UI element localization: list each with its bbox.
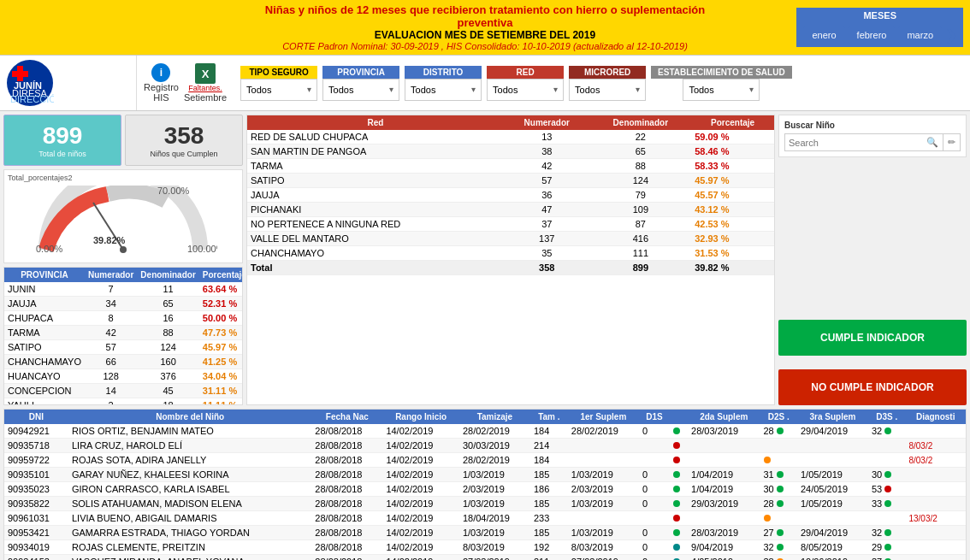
col-fnac: Fecha Nac [311, 410, 382, 424]
svg-text:DIRECCIÓN REGIONAL DE SALUD: DIRECCIÓN REGIONAL DE SALUD [10, 94, 54, 104]
excel-icon: X [195, 63, 216, 84]
faltantes-link[interactable]: Faltantes. [188, 84, 222, 92]
search-input[interactable] [785, 135, 922, 150]
establecimiento-select[interactable]: Todos ▾ [683, 79, 760, 101]
col-denominador-red: Denominador [590, 115, 692, 130]
distrito-value: Todos [411, 85, 435, 95]
table-row: JAUJA367945.57 % [247, 188, 774, 203]
header-title-main: Niñas y niños de 12 meses que recibieron… [246, 3, 725, 29]
ninos-cumplen-number: 358 [133, 122, 235, 150]
table-row: CHANCHAMAYO3511131.53 % [247, 246, 774, 261]
search-input-wrap: 🔍 ✏ [784, 133, 961, 151]
chevron-down-icon: ▾ [471, 85, 476, 94]
table-row: JAUJA346552.31 % [4, 297, 243, 311]
table-row: SATIPO5712445.97 % [247, 174, 774, 188]
tipo-seguro-select[interactable]: Todos ▾ [240, 79, 317, 101]
col-d1s: D1S [639, 410, 670, 424]
search-icon[interactable]: 🔍 [922, 134, 943, 150]
table-row: VALLE DEL MANTARO13741632.93 % [247, 232, 774, 246]
col-porcentaje-red: Porcentaje [691, 115, 774, 130]
chevron-down-icon: ▾ [749, 85, 754, 94]
tipo-seguro-label: TIPO SEGURO [240, 66, 317, 79]
establecimiento-label: ESTABLECIMIENTO DE SALUD [651, 66, 792, 79]
red-value: Todos [493, 85, 518, 95]
table-row: CHUPACA81650.00 % [4, 311, 243, 326]
stats-row: 899 Total de niños 358 Niños que Cumplen [3, 115, 243, 166]
no-cumple-indicador-btn[interactable]: NO CUMPLE INDICADOR [778, 369, 967, 405]
table-row: TARMA428858.33 % [247, 159, 774, 174]
distrito-select[interactable]: Todos ▾ [405, 79, 482, 101]
search-box-area: Buscar Niño 🔍 ✏ [778, 115, 967, 157]
total-row: Total35889939.82 % [247, 261, 774, 275]
table-row: RED DE SALUD CHUPACA132259.09 % [247, 130, 774, 144]
table-row: 90942921 RIOS ORTIZ, BENJAMIN MATEO 28/0… [4, 424, 966, 439]
col-tam-d: Tam . [530, 410, 568, 424]
right-panel: Buscar Niño 🔍 ✏ CUMPLE INDICADOR NO CUMP… [778, 115, 967, 405]
col-numerador: Numerador [85, 268, 137, 282]
table-row: HUANCAYO12837634.04 % [4, 369, 243, 384]
provincia-label: PROVINCIA [322, 66, 399, 79]
total-ninos-label: Total de niños [11, 150, 114, 158]
table-row: 90934019 ROJAS CLEMENTE, PREITZIN 28/08/… [4, 540, 966, 555]
icons-area: i Registro HIS X Faltantes. Setiembre [137, 56, 234, 110]
mes-enero-btn[interactable]: enero [803, 27, 844, 44]
table-row: 90935101 GARAY NUÑEZ, KHALEESI KORINA 28… [4, 468, 966, 482]
table-row: SATIPO5712445.97 % [4, 340, 243, 355]
col-red: Red [247, 115, 504, 130]
detail-table-container: DNI Nombre del Niño Fecha Nac Rango Inic… [3, 409, 967, 560]
col-rinicio: Rango Inicio [382, 410, 459, 424]
col-tamizaje: Tamizaje [459, 410, 530, 424]
table-row: 90959722 ROJAS SOTA, ADIRA JANELLY 28/08… [4, 453, 966, 468]
search-label: Buscar Niño [784, 121, 961, 130]
provincia-table-container: PROVINCIA Numerador Denominador Porcenta… [3, 267, 243, 405]
filter-establecimiento: ESTABLECIMIENTO DE SALUD Todos ▾ [651, 66, 792, 101]
col-dni: DNI [4, 410, 68, 424]
filter-microred: MICRORED Todos ▾ [569, 66, 646, 101]
provincia-select[interactable]: Todos ▾ [322, 79, 399, 101]
pencil-icon[interactable]: ✏ [943, 134, 960, 150]
svg-text:39.82%: 39.82% [93, 235, 126, 245]
microred-select[interactable]: Todos ▾ [569, 79, 646, 101]
col-sup3: 3ra Suplem [797, 410, 868, 424]
microred-label: MICRORED [569, 66, 646, 79]
registros-btn[interactable]: i Registro HIS [144, 63, 179, 103]
provincia-table: PROVINCIA Numerador Denominador Porcenta… [4, 268, 243, 405]
table-row: 90961031 LIVIA BUENO, ABIGAIL DAMARIS 28… [4, 511, 966, 526]
col-d3s: D3S . [868, 410, 905, 424]
col-sup1: 1er Suplem [568, 410, 639, 424]
cumple-indicador-btn[interactable]: CUMPLE INDICADOR [778, 320, 967, 356]
distrito-label: DISTRITO [405, 66, 482, 79]
table-row: TARMA428847.73 % [4, 326, 243, 340]
top-content: 899 Total de niños 358 Niños que Cumplen… [3, 115, 967, 405]
filter-tipo-seguro: TIPO SEGURO Todos ▾ [240, 66, 317, 101]
total-ninos-number: 899 [11, 122, 114, 150]
top-bar: JUNÍN DIRESA DIRECCIÓN REGIONAL DE SALUD… [0, 56, 970, 111]
detail-table: DNI Nombre del Niño Fecha Nac Rango Inic… [4, 410, 966, 560]
col-numerador-red: Numerador [504, 115, 589, 130]
table-row: JUNIN71163.64 % [4, 282, 243, 297]
col-diag: Diagnosti [905, 410, 966, 424]
info-icon: i [151, 63, 170, 82]
meses-nav-next[interactable]: ❯ [945, 27, 956, 44]
table-row: 90935822 SOLIS ATAHUAMAN, MADISON ELENA … [4, 497, 966, 511]
excel-btn[interactable]: X Faltantes. Setiembre [184, 63, 227, 103]
svg-point-7 [120, 246, 127, 253]
col-porcentaje: Porcentaje [199, 268, 243, 282]
svg-text:0.00%: 0.00% [36, 244, 62, 254]
table-row: SAN MARTIN DE PANGOA386558.46 % [247, 144, 774, 159]
filter-provincia: PROVINCIA Todos ▾ [322, 66, 399, 101]
ninos-cumplen-box: 358 Niños que Cumplen [125, 115, 243, 166]
table-row: PICHANAKI4710943.12 % [247, 203, 774, 217]
header-title-corte: CORTE Padron Nominal: 30-09-2019 , HIS C… [246, 41, 725, 51]
table-row: NO PERTENECE A NINGUNA RED378742.53 % [247, 217, 774, 232]
table-row: CHANCHAMAYO6616041.25 % [4, 355, 243, 369]
logo-area: JUNÍN DIRESA DIRECCIÓN REGIONAL DE SALUD [0, 56, 137, 110]
main-content: 899 Total de niños 358 Niños que Cumplen… [0, 111, 970, 560]
mes-febrero-btn[interactable]: febrero [849, 27, 896, 44]
col-d2s: D2S . [760, 410, 797, 424]
mid-panel: Red Numerador Denominador Porcentaje RED… [246, 115, 775, 405]
red-select[interactable]: Todos ▾ [487, 79, 564, 101]
col-sup2: 2da Suplem [688, 410, 760, 424]
header-title-sub: EVALUACION MES DE SETIEMBRE DEL 2019 [246, 29, 725, 41]
mes-marzo-btn[interactable]: marzo [898, 27, 942, 44]
